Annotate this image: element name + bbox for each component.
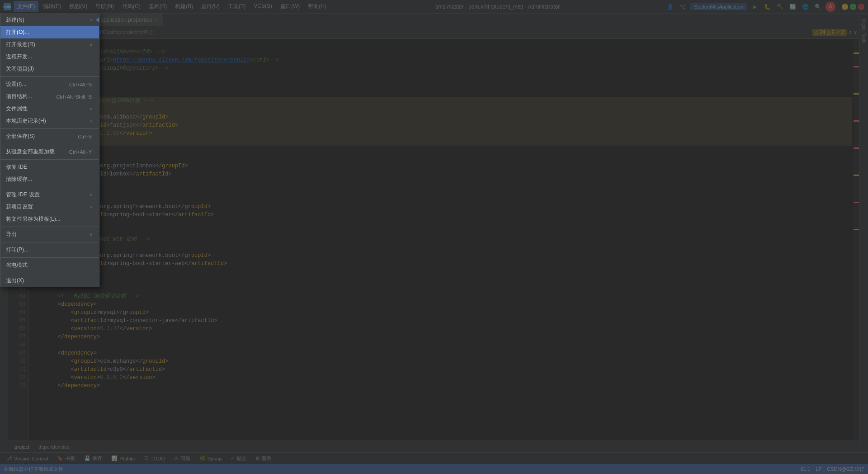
file-menu-dropdown: 新建(N) › 打开(O)... 打开最近(R) › 近程开发... 关闭项目(… xyxy=(0,14,99,287)
menu-open[interactable]: 打开(O)... xyxy=(0,26,99,38)
menu-new-project-settings[interactable]: 新项目设置 › xyxy=(0,201,99,213)
overlay-background xyxy=(0,0,868,474)
menu-save-all[interactable]: 全部保存(S) Ctrl+S xyxy=(0,130,99,142)
menu-project-structure-label: 项目结构... xyxy=(6,93,32,100)
menu-print[interactable]: 打印(P)... xyxy=(0,244,99,256)
menu-reload[interactable]: 从磁盘全部重新加载 Ctrl+Alt+Y xyxy=(0,146,99,158)
menu-repair-ide-label: 修复 IDE xyxy=(6,163,27,171)
menu-clear-cache-label: 清除缓存... xyxy=(6,175,32,183)
separator-7 xyxy=(0,242,99,242)
menu-ide-settings-label: 管理 IDE 设置 xyxy=(6,191,40,199)
menu-local-history-label: 本地历史记录(H) xyxy=(6,117,46,125)
new-project-settings-arrow: › xyxy=(90,204,92,209)
save-all-shortcut: Ctrl+S xyxy=(78,134,92,139)
reload-shortcut: Ctrl+Alt+Y xyxy=(69,149,92,155)
export-arrow: › xyxy=(90,232,92,237)
menu-remote-dev[interactable]: 近程开发... xyxy=(0,51,99,63)
menu-file-props-label: 文件属性 xyxy=(6,105,28,113)
project-structure-shortcut: Ctrl+Alt+Shift+S xyxy=(56,94,92,100)
menu-power-save-label: 省电模式 xyxy=(6,261,28,269)
menu-recent[interactable]: 打开最近(R) › xyxy=(0,38,99,51)
menu-repair-ide[interactable]: 修复 IDE xyxy=(0,161,99,173)
menu-reload-label: 从磁盘全部重新加载 xyxy=(6,148,55,156)
menu-close-project-label: 关闭项目(J) xyxy=(6,65,34,73)
menu-file-props[interactable]: 文件属性 › xyxy=(0,103,99,115)
menu-export-label: 导出 xyxy=(6,231,17,238)
menu-settings[interactable]: 设置(I)... Ctrl+Alt+S xyxy=(0,78,99,90)
file-props-arrow: › xyxy=(90,106,92,111)
menu-save-as-template[interactable]: 将文件另存为模板(L)... xyxy=(0,213,99,225)
separator-3 xyxy=(0,144,99,144)
menu-close-project[interactable]: 关闭项目(J) xyxy=(0,63,99,75)
menu-ide-settings[interactable]: 管理 IDE 设置 › xyxy=(0,189,99,201)
file-dropdown-menu: 新建(N) › 打开(O)... 打开最近(R) › 近程开发... 关闭项目(… xyxy=(0,14,99,287)
menu-export[interactable]: 导出 › xyxy=(0,228,99,241)
separator-9 xyxy=(0,273,99,273)
separator-6 xyxy=(0,227,99,227)
separator-8 xyxy=(0,257,99,258)
separator-2 xyxy=(0,128,99,129)
recent-arrow: › xyxy=(90,42,92,47)
menu-exit-label: 退出(X) xyxy=(6,277,24,284)
separator-1 xyxy=(0,76,99,77)
separator-5 xyxy=(0,187,99,187)
menu-recent-label: 打开最近(R) xyxy=(6,41,35,48)
menu-print-label: 打印(P)... xyxy=(6,246,28,254)
menu-new[interactable]: 新建(N) › xyxy=(0,14,99,26)
separator-4 xyxy=(0,159,99,160)
menu-clear-cache[interactable]: 清除缓存... xyxy=(0,173,99,185)
menu-save-as-template-label: 将文件另存为模板(L)... xyxy=(6,215,61,223)
ide-settings-arrow: › xyxy=(90,192,92,197)
menu-open-label: 打开(O)... xyxy=(6,28,29,36)
menu-exit[interactable]: 退出(X) xyxy=(0,275,99,287)
settings-shortcut: Ctrl+Alt+S xyxy=(69,82,92,87)
local-history-arrow: › xyxy=(90,118,92,123)
menu-power-save[interactable]: 省电模式 xyxy=(0,259,99,271)
menu-project-structure[interactable]: 项目结构... Ctrl+Alt+Shift+S xyxy=(0,90,99,103)
submenu-arrow-indicator xyxy=(99,14,103,27)
arrow-shape xyxy=(96,17,99,23)
menu-settings-label: 设置(I)... xyxy=(6,81,26,88)
new-arrow: › xyxy=(90,18,92,23)
menu-local-history[interactable]: 本地历史记录(H) › xyxy=(0,115,99,127)
menu-new-label: 新建(N) xyxy=(6,16,24,24)
menu-save-all-label: 全部保存(S) xyxy=(6,133,35,140)
menu-new-project-settings-label: 新项目设置 xyxy=(6,203,33,211)
menu-remote-label: 近程开发... xyxy=(6,53,32,61)
